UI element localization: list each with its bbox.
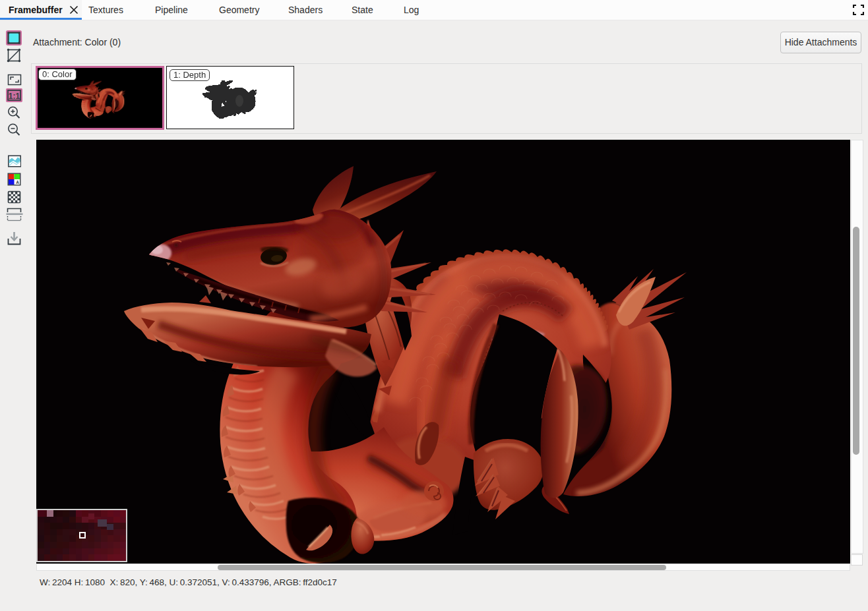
svg-text:A: A — [16, 180, 19, 185]
svg-text:1:1: 1:1 — [9, 92, 20, 101]
